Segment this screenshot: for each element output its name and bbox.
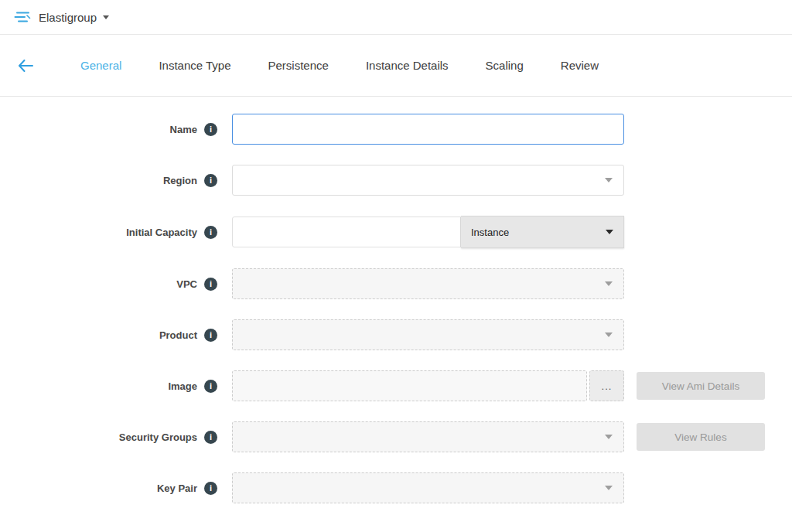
chevron-down-icon <box>605 332 613 337</box>
tab-persistence[interactable]: Persistence <box>250 35 347 97</box>
tab-instance-details[interactable]: Instance Details <box>347 35 467 97</box>
chevron-down-icon <box>605 178 613 182</box>
key-pair-select[interactable] <box>232 472 624 503</box>
info-icon[interactable] <box>204 123 217 136</box>
info-icon[interactable] <box>204 482 217 495</box>
tab-scaling[interactable]: Scaling <box>467 35 542 97</box>
initial-capacity-label: Initial Capacity <box>126 227 197 238</box>
general-form: Name Region Initial Capacity Instanc <box>0 97 792 503</box>
security-groups-select[interactable] <box>232 421 624 452</box>
form-row-security-groups: Security Groups View Rules <box>0 421 792 452</box>
form-row-vpc: VPC <box>0 268 792 299</box>
capacity-unit-value: Instance <box>471 227 509 238</box>
name-input[interactable] <box>232 114 624 145</box>
tab-instance-type[interactable]: Instance Type <box>140 35 249 97</box>
tab-general[interactable]: General <box>62 35 140 97</box>
region-label: Region <box>163 175 197 186</box>
image-input[interactable] <box>232 370 587 401</box>
info-icon[interactable] <box>204 329 217 342</box>
form-row-key-pair: Key Pair <box>0 472 792 503</box>
top-bar: Elastigroup <box>0 0 792 35</box>
key-pair-label: Key Pair <box>157 483 197 494</box>
security-groups-label: Security Groups <box>119 431 197 443</box>
elastigroup-logo-icon <box>14 11 31 23</box>
chevron-down-icon <box>605 486 613 490</box>
form-row-product: Product <box>0 319 792 350</box>
vpc-label: VPC <box>176 278 197 290</box>
product-label: Product <box>159 329 197 341</box>
chevron-down-icon[interactable] <box>103 15 109 19</box>
tabs: General Instance Type Persistence Instan… <box>62 35 617 97</box>
form-row-region: Region <box>0 165 792 196</box>
chevron-down-icon <box>606 230 613 234</box>
info-icon[interactable] <box>204 174 217 187</box>
capacity-unit-select[interactable]: Instance <box>461 216 624 248</box>
initial-capacity-input[interactable] <box>232 217 461 247</box>
brand-name[interactable]: Elastigroup <box>39 11 97 24</box>
name-label: Name <box>170 124 197 135</box>
vpc-select[interactable] <box>232 268 624 299</box>
info-icon[interactable] <box>204 226 217 239</box>
form-row-image: Image ... View Ami Details <box>0 370 792 401</box>
image-browse-button[interactable]: ... <box>589 370 624 401</box>
tab-review[interactable]: Review <box>542 35 617 97</box>
image-label: Image <box>168 380 197 392</box>
chevron-down-icon <box>605 435 613 439</box>
info-icon[interactable] <box>204 380 217 393</box>
product-select[interactable] <box>232 319 624 350</box>
form-row-initial-capacity: Initial Capacity Instance <box>0 216 792 248</box>
info-icon[interactable] <box>204 431 217 444</box>
info-icon[interactable] <box>204 278 217 291</box>
form-row-name: Name <box>0 114 792 145</box>
view-rules-button[interactable]: View Rules <box>637 423 765 451</box>
back-arrow-icon[interactable] <box>17 59 34 73</box>
view-ami-details-button[interactable]: View Ami Details <box>637 372 765 400</box>
wizard-tab-bar: General Instance Type Persistence Instan… <box>0 35 792 97</box>
chevron-down-icon <box>605 281 613 286</box>
region-select[interactable] <box>232 165 624 196</box>
